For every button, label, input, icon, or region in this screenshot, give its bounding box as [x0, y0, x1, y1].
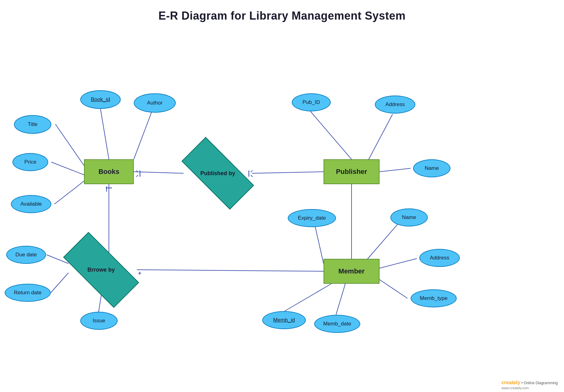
- svg-line-20: [285, 284, 331, 311]
- svg-line-1: [55, 124, 84, 166]
- svg-line-12: [310, 111, 352, 159]
- svg-line-19: [376, 278, 408, 298]
- attr-name-mem: Name: [390, 208, 428, 226]
- attr-price: Price: [12, 153, 48, 171]
- svg-line-23: [136, 170, 138, 172]
- svg-line-5: [134, 172, 184, 173]
- attr-issue: Issue: [80, 312, 118, 330]
- attr-author: Author: [134, 93, 176, 113]
- attr-name-pub: Name: [413, 159, 450, 177]
- attr-memb-type: Memb_type: [411, 289, 457, 307]
- entity-books: Books: [84, 159, 134, 184]
- svg-line-13: [367, 114, 393, 162]
- svg-line-2: [134, 106, 154, 159]
- attr-memb-id: Memb_id: [262, 311, 306, 329]
- attr-memb-date: Memb_date: [314, 315, 360, 333]
- watermark: creately • Online Diagramming www.create…: [501, 380, 558, 390]
- attr-return-date: Return date: [5, 284, 51, 302]
- attr-address-pub: Address: [375, 96, 415, 114]
- entity-publisher: Publisher: [324, 159, 380, 184]
- svg-text:|: |: [106, 185, 107, 192]
- svg-line-8: [137, 270, 324, 271]
- attr-title: Title: [14, 115, 51, 134]
- svg-line-4: [54, 181, 84, 204]
- attr-due-date: Due date: [6, 246, 46, 264]
- svg-line-24: [136, 175, 138, 177]
- svg-line-6: [252, 172, 324, 173]
- attr-available: Available: [11, 195, 51, 213]
- attr-expiry-date: Expiry_date: [288, 209, 336, 227]
- svg-line-18: [380, 259, 417, 268]
- entity-member: Member: [324, 259, 380, 284]
- attr-address-mem: Address: [419, 249, 460, 267]
- svg-text:+: +: [138, 270, 142, 276]
- svg-line-14: [380, 168, 411, 172]
- svg-line-0: [100, 109, 109, 159]
- attr-book-id: Book_id: [80, 90, 121, 109]
- relationship-brrowe-by: Brrowe by: [65, 252, 137, 288]
- diagram-container: + | Books Publisher Member Published by …: [0, 22, 564, 392]
- page-title: E-R Diagram for Library Management Syste…: [0, 0, 564, 22]
- relationship-published-by: Published by: [184, 156, 252, 190]
- svg-line-21: [336, 284, 345, 315]
- attr-pub-id: Pub_ID: [292, 93, 331, 111]
- svg-line-3: [51, 162, 84, 175]
